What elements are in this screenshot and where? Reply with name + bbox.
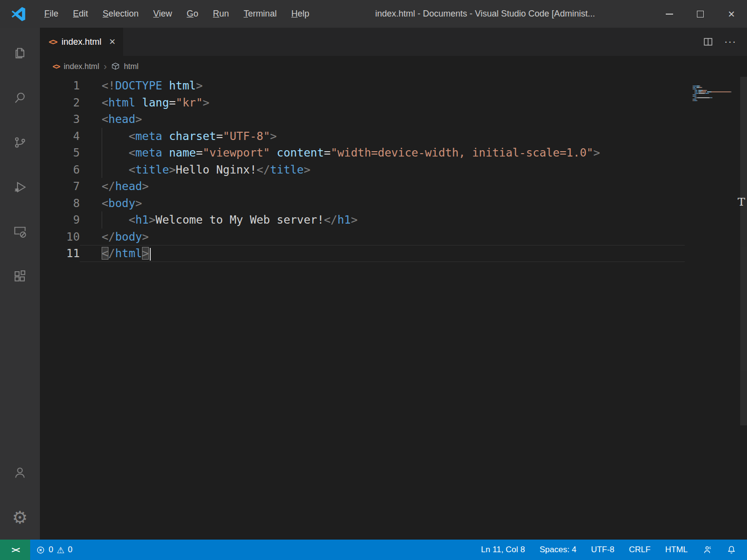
window-title: index.html - Documents - Visual Studio C…	[317, 9, 654, 19]
line-number[interactable]: 3	[40, 111, 80, 128]
code-line[interactable]: 10</body>	[40, 228, 685, 245]
code-line[interactable]: 11</html>	[40, 245, 685, 262]
code-line[interactable]: 1<!DOCTYPE html>	[40, 77, 685, 94]
breadcrumb: <> index.html › html	[40, 56, 747, 77]
breadcrumb-file[interactable]: index.html	[64, 62, 99, 71]
code-line[interactable]: 4 <meta charset="UTF-8">	[40, 128, 685, 145]
line-number[interactable]: 10	[40, 228, 80, 245]
vscode-window: File Edit Selection View Go Run Terminal…	[0, 0, 747, 560]
line-number[interactable]: 2	[40, 94, 80, 111]
run-debug-icon[interactable]	[0, 165, 40, 210]
settings-gear-icon[interactable]: ⚙	[0, 495, 40, 540]
eol-selector[interactable]: CRLF	[629, 545, 650, 555]
menu-terminal[interactable]: Terminal	[236, 5, 284, 22]
remote-explorer-icon[interactable]	[0, 210, 40, 254]
source-control-icon[interactable]	[0, 120, 40, 165]
line-number[interactable]: 6	[40, 161, 80, 178]
line-number[interactable]: 9	[40, 211, 80, 228]
text-cursor	[150, 248, 151, 261]
title-bar: File Edit Selection View Go Run Terminal…	[0, 0, 747, 28]
status-bar-right: Ln 11, Col 8 Spaces: 4 UTF-8 CRLF HTML	[481, 545, 747, 555]
accounts-icon[interactable]	[0, 450, 40, 495]
menu-help[interactable]: Help	[284, 5, 317, 22]
remote-icon: ><	[12, 545, 18, 555]
extensions-icon[interactable]	[0, 254, 40, 299]
code-line[interactable]: 8<body>	[40, 195, 685, 212]
error-icon	[36, 545, 45, 555]
line-number[interactable]: 8	[40, 195, 80, 212]
tab-index-html[interactable]: <> index.html ×	[40, 28, 123, 56]
line-number[interactable]: 5	[40, 144, 80, 161]
error-count: 0	[49, 545, 53, 555]
tab-close-icon[interactable]: ×	[109, 36, 116, 47]
breadcrumb-html-file-icon: <>	[53, 62, 59, 71]
code-line[interactable]: 9 <h1>Welcome to My Web server!</h1>	[40, 211, 685, 228]
status-bar: >< 0 ⚠ 0 Ln 11, Col 8 Spaces: 4 UTF-8 CR…	[0, 540, 747, 560]
activity-bar: ⚙	[0, 28, 40, 540]
code-line[interactable]: 3<head>	[40, 111, 685, 128]
encoding[interactable]: UTF-8	[591, 545, 614, 555]
language-mode[interactable]: HTML	[665, 545, 688, 555]
split-editor-icon[interactable]	[703, 36, 713, 47]
menu-bar: File Edit Selection View Go Run Terminal…	[37, 5, 317, 22]
notifications-bell-icon[interactable]	[727, 545, 736, 555]
code-line[interactable]: 2<html lang="kr">	[40, 94, 685, 111]
scrollbar[interactable]	[740, 77, 747, 425]
code-line[interactable]: 5 <meta name="viewport" content="width=d…	[40, 144, 685, 161]
explorer-icon[interactable]	[0, 31, 40, 75]
close-button[interactable]: ×	[716, 0, 747, 28]
maximize-icon	[697, 11, 704, 18]
line-number[interactable]: 1	[40, 77, 80, 94]
indentation[interactable]: Spaces: 4	[540, 545, 577, 555]
tab-label: index.html	[61, 37, 101, 47]
minimap-content	[693, 78, 739, 94]
feedback-icon[interactable]	[702, 545, 712, 555]
editor-actions: ···	[703, 28, 747, 56]
remote-indicator[interactable]: ><	[0, 540, 30, 560]
line-number[interactable]: 7	[40, 178, 80, 195]
editor[interactable]: 1<!DOCTYPE html>2<html lang="kr">3<head>…	[40, 77, 747, 540]
problems-indicator[interactable]: 0 ⚠ 0	[30, 545, 72, 555]
line-number[interactable]: 11	[40, 245, 80, 262]
warning-count: 0	[68, 545, 72, 555]
code-lines: 1<!DOCTYPE html>2<html lang="kr">3<head>…	[40, 77, 685, 262]
symbol-html-icon	[111, 62, 120, 70]
tab-bar: <> index.html × ···	[40, 28, 747, 56]
code-line[interactable]: 7</head>	[40, 178, 685, 195]
breadcrumb-symbol[interactable]: html	[124, 62, 139, 71]
window-controls: ×	[654, 0, 747, 28]
menu-run[interactable]: Run	[206, 5, 236, 22]
cursor-position[interactable]: Ln 11, Col 8	[481, 545, 525, 555]
editor-group: <> index.html × ··· <> index.html ›	[40, 28, 747, 540]
menu-file[interactable]: File	[37, 5, 66, 22]
minimize-icon	[666, 14, 673, 15]
chevron-right-icon: ›	[104, 61, 107, 72]
menu-go[interactable]: Go	[179, 5, 206, 22]
main-area: ⚙ <> index.html × ···	[0, 28, 747, 540]
overview-ruler-mark: T	[738, 193, 745, 210]
vscode-logo-icon	[0, 7, 37, 21]
menu-edit[interactable]: Edit	[66, 5, 95, 22]
menu-selection[interactable]: Selection	[95, 5, 146, 22]
line-number[interactable]: 4	[40, 128, 80, 145]
search-icon[interactable]	[0, 75, 40, 120]
close-icon: ×	[728, 8, 735, 20]
tab-html-file-icon: <>	[49, 37, 56, 47]
minimap[interactable]	[693, 78, 739, 94]
warning-icon: ⚠	[56, 545, 64, 555]
more-actions-icon[interactable]: ···	[724, 35, 736, 48]
code-line[interactable]: 6 <title>Hello Nginx!</title>	[40, 161, 685, 178]
maximize-button[interactable]	[685, 0, 716, 28]
minimize-button[interactable]	[654, 0, 685, 28]
menu-view[interactable]: View	[146, 5, 179, 22]
